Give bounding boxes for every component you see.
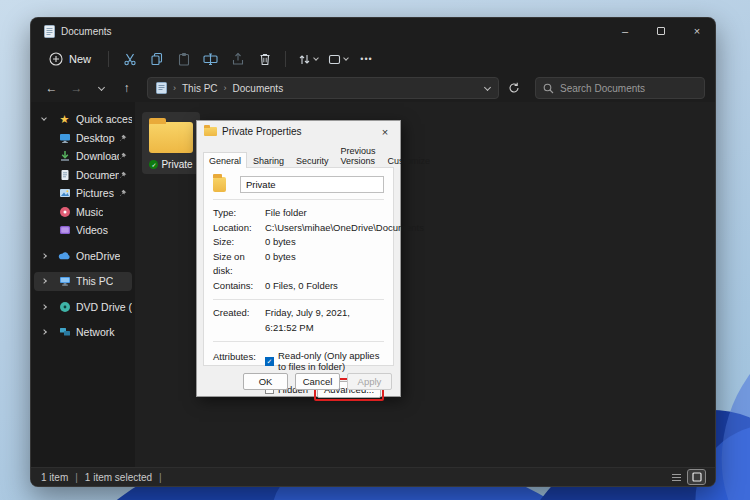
check-icon: ✓	[151, 162, 156, 168]
property-value: File folder	[265, 206, 384, 221]
details-view-icon	[671, 473, 682, 482]
refresh-button[interactable]	[503, 78, 525, 99]
forward-icon: →	[71, 81, 83, 95]
property-row: Location: C:\Users\mihae\OneDrive\Docume…	[213, 221, 384, 236]
sidebar-item-downloads[interactable]: Downloads	[34, 147, 132, 166]
apply-button[interactable]: Apply	[347, 373, 392, 390]
folder-name: Private	[161, 159, 192, 170]
breadcrumb-item-this-pc[interactable]: This PC	[182, 83, 218, 94]
properties-dialog: Private Properties × General Sharing Sec…	[196, 120, 401, 397]
dialog-tabs: General Sharing Security Previous Versio…	[197, 142, 400, 167]
search-input[interactable]	[560, 83, 697, 94]
up-button[interactable]: ↑	[116, 78, 137, 99]
address-dropdown-icon[interactable]	[484, 83, 491, 90]
delete-button[interactable]	[251, 47, 278, 71]
location-icon	[156, 82, 167, 94]
breadcrumb[interactable]: › This PC › Documents	[147, 77, 499, 99]
breadcrumb-item-documents[interactable]: Documents	[233, 83, 284, 94]
refresh-icon	[508, 82, 520, 94]
minimize-button[interactable]: –	[607, 18, 643, 44]
chevron-right-icon	[41, 329, 47, 335]
sidebar-item-dvd-drive[interactable]: DVD Drive (D:) ESD-I	[34, 298, 132, 317]
cut-button[interactable]	[116, 47, 143, 71]
recent-locations-button[interactable]	[91, 78, 112, 99]
this-pc-icon	[58, 275, 71, 288]
property-row: Type: File folder	[213, 206, 384, 221]
sidebar-item-label: OneDrive	[76, 250, 120, 262]
readonly-checkbox[interactable]: ✓	[265, 357, 274, 366]
divider	[213, 299, 384, 300]
folder-tile-private[interactable]: ✓ Private	[142, 112, 200, 174]
ok-button[interactable]: OK	[243, 373, 288, 390]
property-value: C:\Users\mihae\OneDrive\Documents	[265, 221, 424, 236]
music-icon	[58, 205, 71, 218]
view-icon	[328, 53, 341, 66]
view-button[interactable]	[323, 47, 353, 71]
status-separator: |	[75, 472, 78, 483]
paste-icon	[177, 52, 191, 66]
sidebar-item-label: Pictures	[76, 187, 114, 199]
breadcrumb-separator: ›	[224, 83, 227, 93]
dialog-button-row: OK Cancel Apply	[197, 366, 400, 396]
sidebar-item-label: Videos	[76, 224, 108, 236]
close-button[interactable]: ×	[679, 18, 715, 44]
sidebar-item-this-pc[interactable]: This PC	[34, 272, 132, 291]
sidebar-item-documents[interactable]: Documents	[34, 166, 132, 185]
general-tab-panel: Type: File folder Location: C:\Users\mih…	[203, 167, 394, 366]
dvd-icon	[58, 300, 71, 313]
search-box[interactable]	[535, 77, 705, 99]
search-icon	[543, 83, 554, 94]
property-row: Size on disk: 0 bytes	[213, 250, 384, 279]
sidebar-item-music[interactable]: Music	[34, 203, 132, 222]
back-button[interactable]: ←	[41, 78, 62, 99]
sidebar-item-label: Desktop	[76, 132, 115, 144]
item-count: 1 item	[41, 472, 68, 483]
more-options-button[interactable]: •••	[353, 47, 380, 71]
toolbar-divider	[108, 51, 109, 67]
star-icon: ★	[58, 113, 71, 126]
sidebar-item-quick-access[interactable]: ★ Quick access	[34, 110, 132, 129]
downloads-icon	[58, 150, 71, 163]
sidebar-item-label: Downloads	[76, 150, 119, 162]
sidebar-item-pictures[interactable]: Pictures	[34, 184, 132, 203]
rename-button[interactable]	[197, 47, 224, 71]
sidebar-item-label: DVD Drive (D:) ESD-I	[76, 301, 132, 313]
sidebar-item-videos[interactable]: Videos	[34, 221, 132, 240]
property-row: Contains: 0 Files, 0 Folders	[213, 279, 384, 294]
title-bar[interactable]: Documents – ×	[31, 18, 715, 44]
new-button[interactable]: New	[39, 47, 101, 71]
divider	[213, 199, 384, 200]
tab-customize[interactable]: Customize	[382, 152, 437, 168]
dialog-close-button[interactable]: ×	[370, 121, 400, 142]
paste-button[interactable]	[170, 47, 197, 71]
chevron-right-icon	[41, 278, 47, 284]
forward-button[interactable]: →	[66, 78, 87, 99]
desktop-icon	[58, 131, 71, 144]
sort-button[interactable]	[293, 47, 323, 71]
copy-button[interactable]	[143, 47, 170, 71]
cancel-button[interactable]: Cancel	[295, 373, 340, 390]
sidebar-item-onedrive[interactable]: OneDrive	[34, 247, 132, 266]
new-button-label: New	[69, 53, 91, 65]
sidebar-item-label: Network	[76, 326, 115, 338]
sidebar-item-network[interactable]: Network	[34, 323, 132, 342]
large-icons-view-icon	[692, 472, 702, 482]
dialog-title-bar[interactable]: Private Properties ×	[197, 121, 400, 142]
tab-general[interactable]: General	[203, 152, 247, 168]
sidebar-item-desktop[interactable]: Desktop	[34, 129, 132, 148]
share-button[interactable]	[224, 47, 251, 71]
window-title: Documents	[61, 26, 112, 37]
tab-sharing[interactable]: Sharing	[247, 152, 290, 168]
folder-name-field[interactable]	[240, 176, 384, 193]
status-separator: |	[159, 472, 162, 483]
maximize-button[interactable]	[643, 18, 679, 44]
status-bar: 1 item | 1 item selected |	[31, 467, 715, 486]
check-icon: ✓	[267, 358, 273, 365]
pin-icon	[119, 134, 127, 142]
breadcrumb-separator: ›	[173, 83, 176, 93]
large-icons-view-button[interactable]	[688, 470, 705, 484]
sidebar-item-label: Quick access	[76, 113, 132, 125]
tab-previous-versions[interactable]: Previous Versions	[335, 142, 382, 168]
details-view-button[interactable]	[668, 470, 685, 484]
tab-security[interactable]: Security	[290, 152, 335, 168]
